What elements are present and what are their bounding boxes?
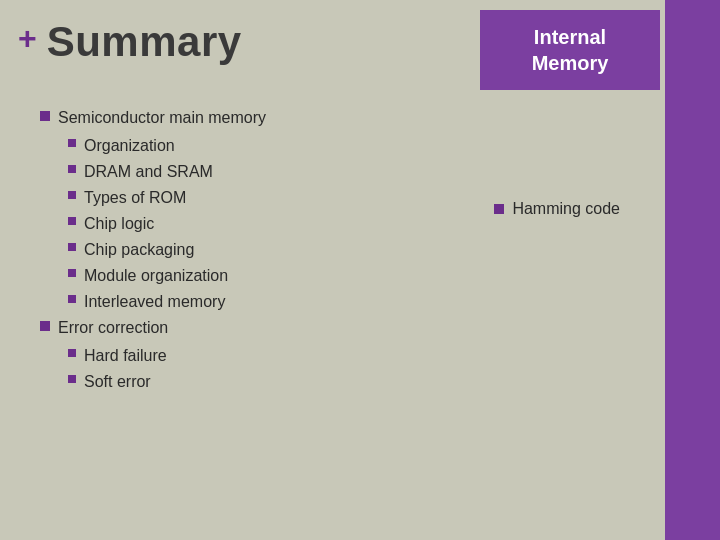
bullet-icon [68, 139, 76, 147]
internal-memory-box: Internal Memory [480, 10, 660, 90]
sub-bullet-organization: Organization [84, 134, 175, 158]
plus-icon: + [18, 20, 37, 57]
list-item: Chip packaging [68, 238, 640, 262]
list-item: Error correction [40, 316, 640, 340]
bullet-icon [68, 217, 76, 225]
list-item: DRAM and SRAM [68, 160, 640, 184]
slide-title: Summary [47, 18, 242, 66]
sub-list-1: Organization DRAM and SRAM Types of ROM … [40, 134, 640, 314]
sub-bullet-chip-pkg: Chip packaging [84, 238, 194, 262]
sub-bullet-hard: Hard failure [84, 344, 167, 368]
right-accent-bar [665, 0, 720, 540]
list-item: Module organization [68, 264, 640, 288]
sub-bullet-rom: Types of ROM [84, 186, 186, 210]
bullet-icon [68, 375, 76, 383]
sub-bullet-dram: DRAM and SRAM [84, 160, 213, 184]
bullet-icon [68, 269, 76, 277]
list-item: Soft error [68, 370, 640, 394]
content-area: Semiconductor main memory Organization D… [0, 86, 720, 416]
main-bullet-1: Semiconductor main memory [58, 106, 266, 130]
internal-memory-label: Internal Memory [532, 24, 609, 76]
sub-bullet-module: Module organization [84, 264, 228, 288]
hamming-bullet-icon [494, 204, 504, 214]
list-item: Hard failure [68, 344, 640, 368]
bullet-icon [68, 295, 76, 303]
bullet-icon [68, 243, 76, 251]
list-item: Organization [68, 134, 640, 158]
bullet-icon [40, 321, 50, 331]
bullet-icon [68, 191, 76, 199]
sub-bullet-chip-logic: Chip logic [84, 212, 154, 236]
main-bullet-2: Error correction [58, 316, 168, 340]
hamming-code-label: Hamming code [512, 200, 620, 218]
sub-list-2: Hard failure Soft error [40, 344, 640, 394]
right-column: Hamming code [494, 200, 620, 218]
list-item: Semiconductor main memory [40, 106, 640, 130]
list-item: Interleaved memory [68, 290, 640, 314]
sub-bullet-interleaved: Interleaved memory [84, 290, 225, 314]
slide-container: Internal Memory + Summary Semiconductor … [0, 0, 720, 540]
bullet-icon [68, 349, 76, 357]
sub-bullet-soft: Soft error [84, 370, 151, 394]
bullet-icon [68, 165, 76, 173]
bullet-icon [40, 111, 50, 121]
